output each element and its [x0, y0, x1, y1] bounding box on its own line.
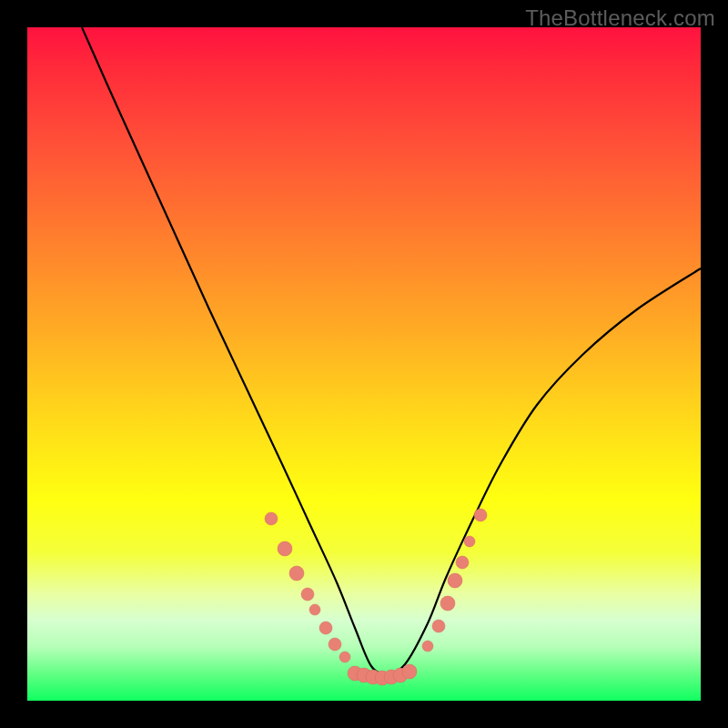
plot-background	[27, 27, 701, 701]
watermark-label: TheBottleneck.com	[525, 5, 715, 31]
chart-frame: TheBottleneck.com	[0, 0, 728, 728]
